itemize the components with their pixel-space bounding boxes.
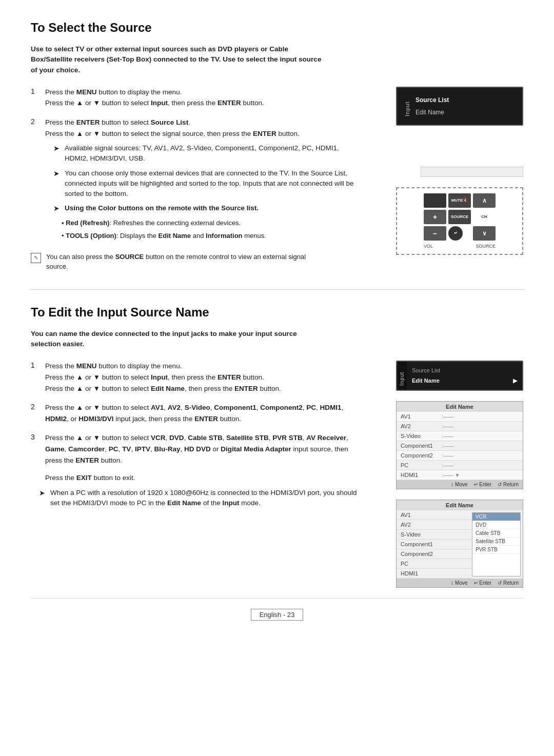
- section2-step1: 1 Press the MENU button to display the m…: [31, 361, 364, 394]
- opt-cable-stb[interactable]: Cable STB: [472, 529, 520, 538]
- section2-right: Input Source List Edit Name ▶ Edit Name: [380, 361, 523, 588]
- section2-title: To Edit the Input Source Name: [31, 305, 523, 320]
- edit-name-label: Edit Name: [412, 377, 440, 384]
- remote-source[interactable]: SOURCE: [448, 210, 471, 224]
- en-footer-enter-2: ↵ Enter: [474, 580, 492, 586]
- sub-bullet-1: • Red (Refresh): Refreshes the connectin…: [45, 218, 364, 229]
- section2-step2: 2 Press the ▲ or ▼ button to select AV1,…: [31, 402, 364, 424]
- section1-content: 1 Press the MENU button to display the m…: [31, 87, 523, 274]
- remote-down[interactable]: ∨: [473, 226, 496, 241]
- section1-step1: 1 Press the MENU button to display the m…: [31, 87, 364, 109]
- arrow-sym-1: ➤: [53, 143, 61, 164]
- opt-vcr[interactable]: VCR: [472, 513, 520, 521]
- s3-bold9: Camcorder: [68, 445, 105, 453]
- section1-title: To Select the Source: [31, 21, 523, 35]
- opt-satellite-stb[interactable]: Satellite STB: [472, 538, 520, 546]
- s2-step3-content: Press the ▲ or ▼ button to select VCR, D…: [45, 432, 364, 466]
- menu-source-list: Source List: [412, 366, 517, 375]
- sub1-bold: • Red (Refresh): [62, 219, 109, 227]
- menu-header-2: Input Source List Edit Name ▶: [397, 362, 522, 390]
- remote-empty-1: [424, 193, 446, 208]
- en-footer-1: ↕ Move ↵ Enter ↺ Return: [397, 480, 523, 489]
- en2-label-pc: PC: [401, 561, 442, 567]
- s2-s2-bold1: AV1: [151, 404, 164, 411]
- en-value-av2: :——: [442, 424, 453, 429]
- s3-bold10: PC: [109, 445, 118, 453]
- en-footer-text-1: ↕ Move: [451, 482, 467, 487]
- en-footer-text-2: ↕ Move: [451, 580, 467, 586]
- s3-bold16: ENTER: [75, 456, 99, 464]
- step1-bold3: ENTER: [217, 99, 241, 107]
- opt-dvd[interactable]: DVD: [472, 521, 520, 529]
- en-label-pc: PC: [401, 462, 442, 468]
- en-row-comp1: Component1 :——: [397, 441, 523, 451]
- note-bold: SOURCE: [115, 253, 144, 261]
- step2-bold1: ENTER: [76, 118, 100, 126]
- en-footer-return-1: ↺ Return: [498, 482, 519, 487]
- remote-enter[interactable]: ↵: [448, 226, 463, 241]
- s3-bold7: AV Receiver: [306, 434, 346, 442]
- en2-row-comp2: Component2: [397, 549, 472, 559]
- step2-bold2: Source List: [151, 118, 189, 126]
- s2-step1-num: 1: [31, 361, 39, 394]
- exit-note: Press the EXIT button to exit.: [31, 474, 364, 482]
- section-separator: [31, 289, 523, 290]
- en-label-svideo: S-Video: [401, 433, 442, 439]
- en2-label-av2: AV2: [401, 522, 442, 528]
- en2-label-comp1: Component1: [401, 541, 442, 547]
- section1-right: Input Source List Edit Name: [380, 87, 523, 255]
- edit-name-arrow: ▶: [513, 377, 517, 384]
- page-content: To Select the Source Use to select TV or…: [0, 0, 554, 646]
- s3-bold15: Digital Media Adapter: [221, 445, 291, 453]
- menu-items-1: Source List Edit Name: [416, 94, 515, 118]
- en-header-2: Edit Name: [397, 500, 523, 510]
- en-value-comp2: :——: [442, 453, 453, 459]
- s3-bold14: HD DVD: [184, 445, 211, 453]
- placeholder-bar: [421, 167, 523, 177]
- menu-box-2: Input Source List Edit Name ▶: [396, 361, 523, 391]
- edit-name-box-2: Edit Name AV1 AV2 S-Video: [396, 500, 523, 588]
- mute-label: MUTE: [451, 198, 463, 203]
- arrow-text-3: Using the Color buttons on the remote wi…: [65, 203, 259, 214]
- step1-num: 1: [31, 87, 39, 109]
- mute-sym: 🔇: [463, 198, 468, 203]
- en-footer-enter-1: ↵ Enter: [474, 482, 492, 487]
- edit-name-bold: Edit Name: [167, 499, 201, 507]
- en-row-av2: AV2 :——: [397, 422, 523, 431]
- en-header-1: Edit Name: [397, 402, 523, 412]
- menu-sidebar-1: Input Source List Edit Name: [404, 94, 515, 118]
- remote-plus[interactable]: +: [424, 210, 446, 224]
- step1-bold1: MENU: [76, 88, 97, 96]
- en2-row-pc: PC: [397, 559, 472, 569]
- remote-mute[interactable]: MUTE 🔇: [448, 193, 471, 208]
- menu-body-2: Source List Edit Name ▶: [407, 362, 522, 390]
- s2-s2-bold9: HDMI3/DVI: [78, 415, 113, 423]
- en-footer-2: ↕ Move ↵ Enter ↺ Return: [397, 579, 523, 587]
- en-value-comp1: :——: [442, 443, 453, 449]
- en-value-av1: :——: [442, 414, 453, 420]
- arrow-item-2: ➤ You can choose only those external dev…: [45, 168, 364, 200]
- en-label-comp1: Component1: [401, 443, 442, 449]
- source-label-text: SOURCE: [476, 244, 496, 249]
- menu-vertical-label-2: Input: [397, 362, 407, 390]
- s2-s1-bold2: Input: [151, 373, 168, 381]
- s2-step2-content: Press the ▲ or ▼ button to select AV1, A…: [45, 402, 364, 424]
- en-value-hdmi1: :—— ▼: [442, 472, 460, 478]
- remote-up[interactable]: ∧: [473, 193, 496, 208]
- en2-label-av1: AV1: [401, 512, 442, 518]
- section2: To Edit the Input Source Name You can na…: [31, 305, 523, 588]
- menu-item-source-list: Source List: [416, 94, 515, 106]
- s2-step3-num: 3: [31, 432, 39, 466]
- section2-step3: 3 Press the ▲ or ▼ button to select VCR,…: [31, 432, 364, 466]
- opt-pvr-stb[interactable]: PVR STB: [472, 546, 520, 554]
- en-row-svideo: S-Video :——: [397, 431, 523, 441]
- sub2-bold2: Edit Name: [159, 232, 191, 240]
- en2-row-av1: AV1: [397, 510, 472, 520]
- menu-edit-name-highlighted: Edit Name ▶: [412, 376, 517, 386]
- sub2-bold1: TOOLS (Option): [66, 232, 116, 240]
- s2-s2-bold8: HDMI2: [45, 415, 67, 423]
- remote-minus[interactable]: –: [424, 226, 446, 241]
- section1-left: 1 Press the MENU button to display the m…: [31, 87, 364, 274]
- remote-ch-label: CH: [473, 210, 496, 224]
- en-row-pc: PC :——: [397, 461, 523, 470]
